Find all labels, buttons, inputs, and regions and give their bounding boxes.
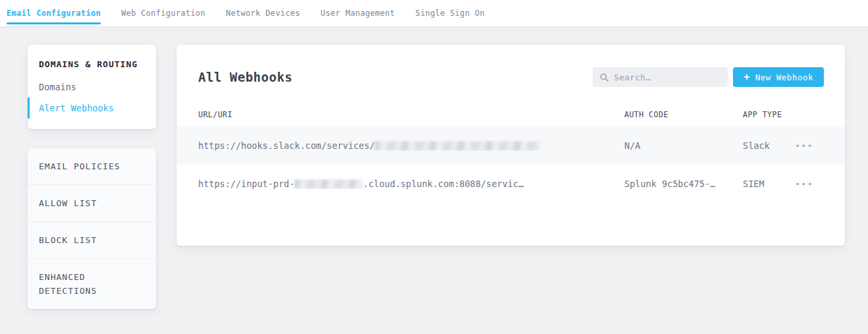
search-input[interactable] — [614, 72, 720, 82]
new-webhook-button-label: New Webhook — [755, 72, 813, 82]
webhook-url-cell: https://input-prd-.cloud.splunk.com:8088… — [176, 179, 624, 189]
tab-user-management[interactable]: User Management — [321, 0, 395, 26]
table-row: https://hooks.slack.com/services/ N/A Sl… — [176, 126, 845, 165]
tab-web-configuration[interactable]: Web Configuration — [121, 0, 205, 26]
all-webhooks-panel: All Webhooks + New Webhook URL/URI AUTH … — [176, 45, 845, 246]
sidebar-item-block-list[interactable]: BLOCK LIST — [28, 222, 156, 259]
table-header-row: URL/URI AUTH CODE APP TYPE — [176, 103, 845, 126]
row-menu-icon[interactable]: ••• — [795, 180, 845, 188]
redacted-url-segment — [375, 141, 539, 151]
search-icon — [600, 73, 609, 82]
plus-icon: + — [744, 72, 750, 82]
app-type-cell: SIEM — [743, 179, 795, 189]
webhook-url-prefix: https://hooks.slack.com/services/ — [198, 140, 375, 151]
auth-code-cell: N/A — [624, 140, 743, 151]
sidebar-item-enhanced-detections[interactable]: ENHANCED DETECTIONS — [28, 259, 156, 309]
sidebar-item-domains[interactable]: Domains — [28, 76, 156, 97]
table-row: https://input-prd-.cloud.splunk.com:8088… — [176, 165, 845, 203]
page-title: All Webhooks — [198, 70, 593, 84]
tab-single-sign-on[interactable]: Single Sign On — [416, 0, 485, 26]
webhooks-table: URL/URI AUTH CODE APP TYPE https://hooks… — [176, 103, 845, 203]
column-header-app-type: APP TYPE — [743, 110, 795, 119]
domains-routing-card: DOMAINS & ROUTING Domains Alert Webhooks — [28, 45, 156, 129]
row-menu-icon[interactable]: ••• — [795, 142, 845, 150]
sidebar-item-allow-list[interactable]: ALLOW LIST — [28, 185, 156, 222]
sidebar-item-email-policies[interactable]: EMAIL POLICIES — [28, 148, 156, 185]
sidebar-sections-card: EMAIL POLICIES ALLOW LIST BLOCK LIST ENH… — [28, 148, 156, 309]
redacted-url-segment — [294, 179, 363, 189]
webhook-url-suffix: .cloud.splunk.com:8088/servic… — [363, 179, 524, 189]
column-header-url: URL/URI — [176, 110, 624, 119]
sidebar: DOMAINS & ROUTING Domains Alert Webhooks… — [28, 45, 156, 309]
webhook-url-prefix: https://input-prd- — [198, 179, 294, 189]
column-header-auth-code: AUTH CODE — [624, 110, 743, 119]
new-webhook-button[interactable]: + New Webhook — [733, 67, 824, 87]
page-content: DOMAINS & ROUTING Domains Alert Webhooks… — [0, 26, 868, 334]
sidebar-item-alert-webhooks[interactable]: Alert Webhooks — [28, 97, 156, 119]
tab-email-configuration[interactable]: Email Configuration — [7, 0, 101, 26]
webhook-url-cell: https://hooks.slack.com/services/ — [176, 140, 624, 151]
domains-routing-heading: DOMAINS & ROUTING — [28, 59, 156, 70]
panel-header: All Webhooks + New Webhook — [176, 45, 845, 87]
tab-network-devices[interactable]: Network Devices — [226, 0, 300, 26]
search-box — [593, 67, 728, 87]
auth-code-cell: Splunk 9c5bc475-… — [624, 179, 743, 189]
app-type-cell: Slack — [743, 140, 795, 151]
top-navigation: Email Configuration Web Configuration Ne… — [0, 0, 868, 26]
